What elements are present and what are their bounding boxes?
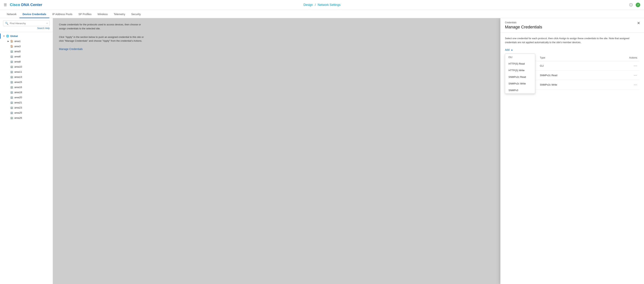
tab-network[interactable]: Network <box>4 13 20 18</box>
sidebar-item-label-area11: area11 <box>14 70 22 73</box>
panel-close-button[interactable]: ✕ <box>637 21 640 25</box>
tab-sp-profiles[interactable]: SP Profiles <box>76 13 94 18</box>
top-nav: ☰ Cisco DNA Center Design / Network Sett… <box>0 0 644 10</box>
search-help-link[interactable]: Search Help <box>3 26 50 30</box>
building-site-icon: 🏢 <box>10 55 13 58</box>
filter-icon[interactable]: ▿ <box>46 22 48 25</box>
sidebar-item-area1[interactable]: ▶ 🏠 area1 <box>0 39 53 44</box>
help-icon[interactable]: ⓘ <box>629 3 633 7</box>
cred-actions-2[interactable]: ··· <box>602 80 640 89</box>
hamburger-icon[interactable]: ☰ <box>4 3 7 7</box>
add-label: Add <box>505 48 510 51</box>
sidebar-item-label-area1: area1 <box>14 40 20 43</box>
sidebar: 🔍 ▿ Search Help ▼ 🌐 Global ▶ 🏠 area1 🏠 <box>0 18 53 284</box>
search-input[interactable] <box>10 22 45 25</box>
brand-logo: Cisco DNA Center <box>10 3 42 7</box>
center-title: Design / Network Settings <box>304 3 340 7</box>
dropdown-item-cli[interactable]: CLI <box>505 54 535 60</box>
sidebar-item-area11[interactable]: 🏢 area11 <box>0 69 53 74</box>
add-dropdown-menu: CLI HTTP(S) Read HTTP(S) Write SNMPv2c R… <box>505 54 535 94</box>
sidebar-item-area26[interactable]: 🏢 area26 <box>0 115 53 120</box>
area-site-icon: 🏠 <box>10 40 13 43</box>
cred-type-1: SNMPv2c Read <box>538 70 602 80</box>
tab-ip-address-pools[interactable]: IP Address Pools <box>49 13 76 18</box>
panel-body: Select one credential for each protocol,… <box>500 33 644 284</box>
global-site-icon: 🌐 <box>6 35 9 38</box>
sidebar-item-label-area20: area20 <box>14 96 22 99</box>
sidebar-item-area25[interactable]: 🏢 area25 <box>0 110 53 115</box>
sidebar-item-label-area16: area16 <box>14 86 22 89</box>
building-site-icon: 🏢 <box>10 101 13 104</box>
sidebar-item-global[interactable]: ▼ 🌐 Global <box>0 34 53 39</box>
sidebar-item-label-global: Global <box>10 35 18 38</box>
dropdown-item-snmpv3[interactable]: SNMPv3 <box>505 87 535 93</box>
add-button[interactable]: Add ▲ <box>505 48 513 51</box>
network-settings-label: Network Settings <box>318 3 340 7</box>
actions-dots-0[interactable]: ··· <box>605 64 637 68</box>
sidebar-item-label-area5: area5 <box>14 50 20 53</box>
design-label: Design <box>304 3 313 7</box>
sidebar-item-label-area6: area6 <box>14 55 20 58</box>
actions-dots-1[interactable]: ··· <box>605 73 637 77</box>
brand-center: Center <box>30 3 42 7</box>
tab-bar: Network Device Credentials IP Address Po… <box>0 10 644 18</box>
sidebar-item-area15[interactable]: 🏢 area15 <box>0 80 53 85</box>
sidebar-item-area8[interactable]: 🏢 area8 <box>0 59 53 64</box>
sidebar-tree: ▼ 🌐 Global ▶ 🏠 area1 🏠 area3 🏢 area5 <box>0 32 53 284</box>
status-indicator: ✓ <box>636 3 640 7</box>
add-button-wrapper: Add ▲ CLI HTTP(S) Read HTTP(S) Write SNM… <box>505 48 513 51</box>
building-site-icon: 🏢 <box>10 106 13 109</box>
main-layout: 🔍 ▿ Search Help ▼ 🌐 Global ▶ 🏠 area1 🏠 <box>0 18 644 284</box>
building-site-icon: 🏢 <box>10 86 13 89</box>
sidebar-item-area23[interactable]: 🏢 area23 <box>0 105 53 110</box>
cred-type-2: SNMPv2c Write <box>538 80 602 89</box>
sidebar-item-area6[interactable]: 🏢 area6 <box>0 54 53 59</box>
breadcrumb-separator: / <box>315 3 316 7</box>
content-area: Create credentials for the protocols use… <box>53 18 644 284</box>
building-site-icon: 🏢 <box>10 81 13 83</box>
tab-security[interactable]: Security <box>128 13 144 18</box>
tab-wireless[interactable]: Wireless <box>94 13 111 18</box>
tab-device-credentials[interactable]: Device Credentials <box>20 13 49 18</box>
top-nav-right: ⓘ ✓ <box>629 3 640 7</box>
sidebar-item-area16[interactable]: 🏢 area16 <box>0 85 53 90</box>
building-site-icon: 🏢 <box>10 96 13 99</box>
building-site-icon: 🏢 <box>10 65 13 68</box>
dropdown-item-https-write[interactable]: HTTP(S) Write <box>505 67 535 74</box>
building-site-icon: 🏢 <box>10 50 13 53</box>
search-icon: 🔍 <box>5 22 8 25</box>
credentials-panel: Credentials Manage Credentials ✕ Select … <box>500 18 644 284</box>
cred-actions-1[interactable]: ··· <box>602 70 640 80</box>
sidebar-search-area: 🔍 ▿ Search Help <box>0 18 53 32</box>
sidebar-item-area20[interactable]: 🏢 area20 <box>0 95 53 100</box>
dropdown-item-snmpv2c-write[interactable]: SNMPv2c Write <box>505 80 535 87</box>
cred-actions-0[interactable]: ··· <box>602 61 640 70</box>
dropdown-item-https-read[interactable]: HTTP(S) Read <box>505 60 535 67</box>
brand-cisco: Cisco <box>10 3 20 7</box>
chevron-up-icon: ▲ <box>511 49 513 51</box>
col-header-actions: Actions <box>602 54 640 61</box>
sidebar-item-area5[interactable]: 🏢 area5 <box>0 49 53 54</box>
sidebar-item-label-area3: area3 <box>14 45 20 48</box>
sidebar-item-area18[interactable]: 🏢 area18 <box>0 90 53 95</box>
sidebar-item-label-area10: area10 <box>14 65 22 68</box>
brand-dna: DNA <box>21 3 29 7</box>
dropdown-item-snmpv2c-read[interactable]: SNMPv2c Read <box>505 74 535 80</box>
sidebar-item-label-area25: area25 <box>14 111 22 114</box>
sidebar-item-label-area13: area13 <box>14 76 22 78</box>
building-site-icon: 🏢 <box>10 116 13 119</box>
sidebar-item-area21[interactable]: 🏢 area21 <box>0 100 53 105</box>
building-site-icon: 🏢 <box>10 111 13 114</box>
tab-telemetry[interactable]: Telemetry <box>111 13 128 18</box>
panel-overlay: Credentials Manage Credentials ✕ Select … <box>53 18 644 284</box>
sidebar-item-label-area8: area8 <box>14 60 20 63</box>
sidebar-item-area3[interactable]: 🏠 area3 <box>0 44 53 49</box>
sidebar-item-area10[interactable]: 🏢 area10 <box>0 64 53 69</box>
actions-dots-2[interactable]: ··· <box>605 83 637 87</box>
sidebar-item-area13[interactable]: 🏢 area13 <box>0 74 53 80</box>
sidebar-item-label-area23: area23 <box>14 106 22 109</box>
building-site-icon: 🏢 <box>10 76 13 78</box>
status-check: ✓ <box>637 4 639 6</box>
building-site-icon: 🏢 <box>10 70 13 73</box>
sidebar-item-label-area15: area15 <box>14 81 22 83</box>
